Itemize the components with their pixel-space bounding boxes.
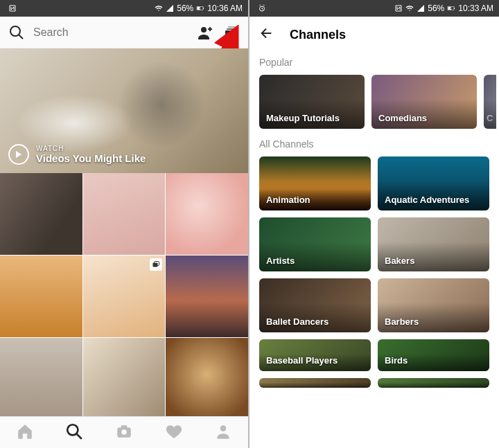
- section-all-label: All Channels: [250, 134, 499, 156]
- bottom-nav: [0, 416, 248, 448]
- channels-screen: 56% 10:33 AM Channels Popular Makeup Tut…: [250, 0, 499, 448]
- discover-people-icon[interactable]: [195, 23, 215, 42]
- channel-card[interactable]: Aquatic Adventures: [378, 156, 489, 210]
- alarm-icon: [258, 4, 266, 12]
- wifi-icon: [155, 4, 163, 12]
- channel-card[interactable]: Barbers: [378, 278, 489, 332]
- play-icon: [8, 144, 29, 165]
- svg-rect-1: [203, 8, 204, 9]
- svg-rect-9: [153, 263, 158, 267]
- svg-rect-19: [454, 8, 455, 9]
- nav-search-icon[interactable]: [65, 422, 83, 443]
- svg-line-4: [19, 35, 23, 39]
- grid-tile[interactable]: [166, 338, 248, 416]
- explore-grid: [0, 173, 248, 416]
- popular-row[interactable]: Makeup Tutorials Comedians C: [250, 75, 499, 134]
- channel-card[interactable]: [378, 378, 489, 388]
- search-appbar: [0, 17, 248, 48]
- section-popular-label: Popular: [250, 53, 499, 75]
- explore-screen: 56% 10:36 AM WATCH Videos: [0, 0, 250, 448]
- nfc-icon: [394, 4, 403, 12]
- grid-tile[interactable]: [83, 173, 166, 255]
- status-time: 10:36 AM: [207, 3, 243, 13]
- svg-rect-7: [227, 28, 236, 30]
- battery-charging-icon: [196, 4, 204, 12]
- battery-charging-icon: [447, 4, 455, 12]
- wifi-icon: [405, 4, 414, 12]
- svg-point-3: [10, 26, 20, 36]
- nav-profile-icon[interactable]: [214, 422, 232, 443]
- status-time: 10:33 AM: [458, 3, 493, 13]
- svg-line-12: [77, 433, 82, 439]
- hero-title: Videos You Might Like: [36, 152, 146, 164]
- cell-signal-icon: [417, 4, 425, 12]
- grid-tile[interactable]: [0, 173, 82, 255]
- search-input[interactable]: [33, 26, 189, 39]
- grid-tile[interactable]: [83, 338, 166, 416]
- nfc-icon: [8, 4, 17, 12]
- channel-card[interactable]: Artists: [259, 217, 371, 271]
- svg-point-5: [201, 27, 207, 33]
- channel-card-peek[interactable]: C: [484, 75, 496, 129]
- channel-card[interactable]: Baseball Players: [259, 339, 371, 371]
- nav-home-icon[interactable]: [16, 422, 34, 443]
- channel-card[interactable]: Comedians: [371, 75, 477, 129]
- svg-point-16: [220, 425, 227, 431]
- channel-card[interactable]: Animation: [259, 156, 371, 210]
- channel-card[interactable]: Bakers: [378, 217, 489, 271]
- nav-camera-icon[interactable]: [115, 422, 133, 443]
- channel-card[interactable]: Birds: [378, 339, 489, 371]
- svg-rect-8: [228, 26, 235, 28]
- battery-percent: 56%: [177, 3, 193, 13]
- grid-tile[interactable]: [0, 256, 82, 337]
- channels-header: Channels: [250, 17, 499, 53]
- multi-post-icon: [150, 258, 162, 271]
- status-bar-left: 56% 10:36 AM: [0, 0, 248, 17]
- page-title: Channels: [290, 28, 346, 42]
- back-icon[interactable]: [259, 26, 274, 44]
- channel-card[interactable]: Ballet Dancers: [259, 278, 371, 332]
- watch-hero[interactable]: WATCH Videos You Might Like: [0, 48, 248, 173]
- svg-point-14: [121, 429, 127, 435]
- battery-percent: 56%: [428, 3, 444, 13]
- status-bar-right: 56% 10:33 AM: [250, 0, 499, 17]
- channel-card[interactable]: [259, 378, 371, 388]
- cell-signal-icon: [166, 4, 174, 12]
- grid-tile[interactable]: [0, 338, 82, 416]
- grid-tile[interactable]: [166, 256, 248, 337]
- svg-point-11: [68, 424, 78, 435]
- grid-tile[interactable]: [83, 256, 166, 337]
- nav-activity-icon[interactable]: [165, 422, 183, 443]
- svg-rect-15: [121, 425, 128, 428]
- hero-kicker: WATCH: [36, 145, 146, 152]
- grid-tile[interactable]: [166, 173, 248, 255]
- search-icon[interactable]: [7, 23, 26, 42]
- channel-card[interactable]: Makeup Tutorials: [259, 75, 365, 129]
- all-channels-grid[interactable]: Animation Aquatic Adventures Artists Bak…: [250, 156, 499, 397]
- channels-icon[interactable]: [222, 23, 241, 42]
